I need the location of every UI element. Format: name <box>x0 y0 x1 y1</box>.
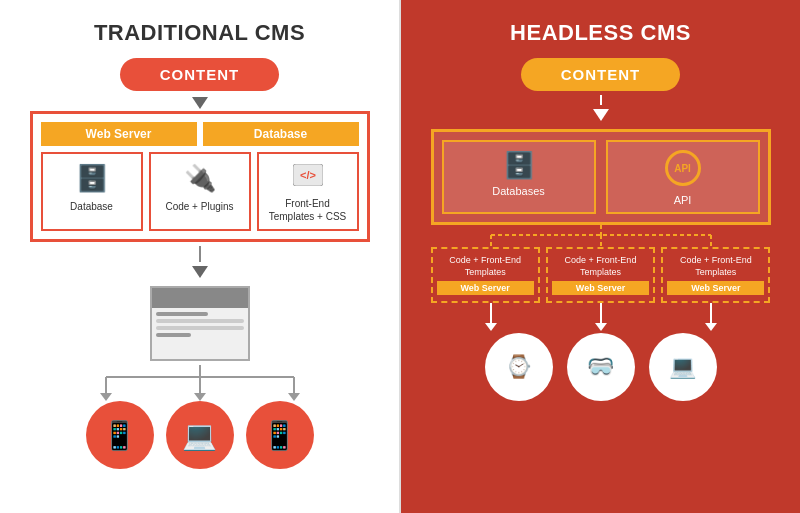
webserver-1: Code + Front-EndTemplates Web Server <box>431 247 540 303</box>
arrow-content-to-box <box>192 97 208 109</box>
api-icon: API <box>665 150 701 186</box>
phone-icon: 📱 <box>262 419 297 452</box>
webserver-row: Code + Front-EndTemplates Web Server Cod… <box>431 247 771 303</box>
smartwatch-device: ⌚ <box>485 333 553 401</box>
head-api-label: API <box>674 194 692 206</box>
ws1-text: Code + Front-EndTemplates <box>449 255 521 278</box>
svg-marker-19 <box>595 323 607 331</box>
ws1-label: Web Server <box>437 281 534 295</box>
webserver-3: Code + Front-EndTemplates Web Server <box>661 247 770 303</box>
headless-cms-panel: HEADLESS CMS CONTENT 🗄️ Databases API AP… <box>401 0 800 513</box>
arrow-content-headless <box>593 109 609 121</box>
web-line-1 <box>156 312 209 316</box>
ws2-label: Web Server <box>552 281 649 295</box>
laptop-device-right: 💻 <box>649 333 717 401</box>
web-line-2 <box>156 319 244 323</box>
svg-marker-21 <box>705 323 717 331</box>
traditional-title: TRADITIONAL CMS <box>94 20 305 46</box>
headless-title: HEADLESS CMS <box>510 20 691 46</box>
web-server-label: Web Server <box>41 122 197 146</box>
traditional-cms-panel: TRADITIONAL CMS CONTENT Web Server Datab… <box>0 0 399 513</box>
plugins-icon: 🔌 <box>184 162 216 196</box>
svg-marker-9 <box>194 393 206 401</box>
trad-icon-plugins: 🔌 Code + Plugins <box>149 152 251 231</box>
smartwatch-icon: ⌚ <box>505 354 532 380</box>
svg-marker-17 <box>485 323 497 331</box>
trad-icon-plugin-label: Code + Plugins <box>165 200 233 213</box>
arrow-box-to-preview <box>199 246 201 262</box>
tablet-icon: 📱 <box>102 419 137 452</box>
arrow-line-top <box>600 95 602 105</box>
traditional-box: Web Server Database 🗄️ Database 🔌 Code +… <box>30 111 370 242</box>
head-db-label: Databases <box>492 185 545 197</box>
web-line-3 <box>156 326 244 330</box>
ws-arrows <box>431 303 771 333</box>
head-icon-database: 🗄️ Databases <box>442 140 596 214</box>
phone-device: 📱 <box>246 401 314 469</box>
webserver-2: Code + Front-EndTemplates Web Server <box>546 247 655 303</box>
ws2-text: Code + Front-EndTemplates <box>565 255 637 278</box>
headless-icons-row: 🗄️ Databases API API <box>442 140 760 214</box>
svg-marker-8 <box>100 393 112 401</box>
web-line-4 <box>156 333 191 337</box>
ws3-label: Web Server <box>667 281 764 295</box>
spread-arrows <box>60 365 340 401</box>
database-label: Database <box>203 122 359 146</box>
traditional-content-pill: CONTENT <box>120 58 280 91</box>
trad-icon-frontend-label: Front-EndTemplates + CSS <box>269 197 347 223</box>
web-page-body <box>152 308 248 359</box>
trad-icon-db-label: Database <box>70 200 113 213</box>
headless-devices: ⌚ 🥽 💻 <box>485 333 717 401</box>
trad-icon-frontend: </> Front-EndTemplates + CSS <box>257 152 359 231</box>
traditional-top-row: Web Server Database <box>41 122 359 146</box>
vr-icon: 🥽 <box>587 354 614 380</box>
api-label: API <box>674 163 691 174</box>
tablet-device: 📱 <box>86 401 154 469</box>
laptop-icon: 💻 <box>182 419 217 452</box>
headless-content-pill: CONTENT <box>521 58 681 91</box>
web-page-preview <box>150 286 250 361</box>
trad-icon-database: 🗄️ Database <box>41 152 143 231</box>
arrow-tip-preview <box>192 266 208 278</box>
vr-device: 🥽 <box>567 333 635 401</box>
head-icon-api: API API <box>606 140 760 214</box>
headless-box: 🗄️ Databases API API <box>431 129 771 225</box>
laptop-device: 💻 <box>166 401 234 469</box>
web-page-header <box>152 288 248 308</box>
ws3-text: Code + Front-EndTemplates <box>680 255 752 278</box>
svg-marker-10 <box>288 393 300 401</box>
database-icon: 🗄️ <box>76 162 108 196</box>
laptop-right-icon: 💻 <box>669 354 696 380</box>
svg-text:</>: </> <box>300 169 316 181</box>
headless-database-icon: 🗄️ <box>503 150 535 181</box>
traditional-icons-row: 🗄️ Database 🔌 Code + Plugins </> Front-E… <box>41 152 359 231</box>
dashed-spread <box>431 225 771 247</box>
code-icon: </> <box>293 162 323 193</box>
traditional-devices: 📱 💻 📱 <box>86 401 314 469</box>
